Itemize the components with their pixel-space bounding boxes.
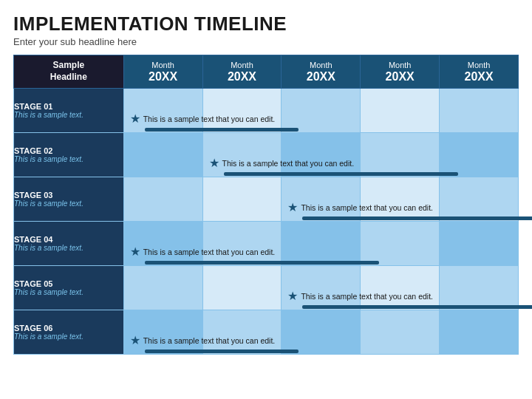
header-month-2: Month 20XX — [202, 55, 282, 88]
stage-name: STAGE 05 — [14, 279, 123, 288]
timeline-cell: ★ This is a sample text that you can edi… — [123, 88, 202, 132]
gantt-bar — [145, 261, 379, 265]
timeline-cell: ★ This is a sample text that you can edi… — [202, 132, 282, 177]
header-month-5: Month 20XX — [440, 55, 519, 88]
stage-name: STAGE 01 — [14, 102, 123, 111]
gantt-bar — [302, 305, 532, 309]
star-icon: ★ — [287, 289, 298, 303]
stage-name: STAGE 06 — [14, 324, 123, 332]
gantt-bar — [145, 128, 299, 132]
stage-label-cell: STAGE 06 This is a sample text. — [14, 310, 124, 354]
stage-sub: This is a sample text. — [14, 155, 123, 163]
stage-label-cell: STAGE 05 This is a sample text. — [14, 265, 124, 310]
stage-sub: This is a sample text. — [14, 111, 123, 119]
header-label-line1: Sample — [52, 60, 84, 70]
timeline-cell — [123, 177, 202, 221]
header-month-3: Month 20XX — [282, 55, 361, 88]
gantt-text: This is a sample text that you can edit. — [143, 248, 276, 256]
stage-sub: This is a sample text. — [14, 288, 123, 296]
timeline-cell: ★ This is a sample text that you can edi… — [282, 265, 361, 310]
star-icon: ★ — [130, 245, 140, 259]
timeline-cell — [202, 177, 282, 221]
timeline-cell — [123, 132, 202, 177]
gantt-bar — [302, 216, 532, 220]
star-icon: ★ — [130, 333, 140, 347]
stage-sub: This is a sample text. — [14, 332, 123, 341]
header-label: Sample Headline — [14, 55, 124, 88]
header-row: Sample Headline Month 20XX Month 20XX Mo… — [14, 55, 519, 88]
gantt-bar — [224, 172, 458, 176]
timeline-table: Sample Headline Month 20XX Month 20XX Mo… — [13, 55, 519, 355]
header-label-line2: Headline — [50, 72, 87, 82]
table-row: STAGE 02 This is a sample text. ★ This i… — [14, 132, 519, 177]
stage-label-cell: STAGE 03 This is a sample text. — [14, 177, 124, 221]
gantt-bar — [145, 349, 299, 353]
timeline-cell — [440, 132, 519, 177]
timeline-cell: ★ This is a sample text that you can edi… — [123, 221, 202, 265]
header-month-1: Month 20XX — [123, 55, 202, 88]
timeline-cell — [361, 310, 440, 354]
timeline-cell — [282, 310, 361, 354]
gantt-text: This is a sample text that you can edit. — [143, 336, 276, 345]
timeline-cell: ★ This is a sample text that you can edi… — [123, 310, 202, 354]
gantt-text: This is a sample text that you can edit. — [301, 292, 433, 301]
timeline-cell — [440, 88, 519, 132]
timeline-cell — [202, 265, 282, 310]
timeline-cell — [440, 221, 519, 265]
table-row: STAGE 05 This is a sample text. ★ This i… — [14, 265, 519, 310]
gantt-text: This is a sample text that you can edit. — [143, 115, 276, 123]
stage-name: STAGE 04 — [14, 235, 123, 244]
stage-label-cell: STAGE 02 This is a sample text. — [14, 132, 124, 177]
stage-name: STAGE 03 — [14, 191, 123, 200]
table-row: STAGE 04 This is a sample text. ★ This i… — [14, 221, 519, 265]
timeline-cell — [361, 88, 440, 132]
stage-sub: This is a sample text. — [14, 244, 123, 252]
stage-label-cell: STAGE 04 This is a sample text. — [14, 221, 124, 265]
gantt-text: This is a sample text that you can edit. — [222, 159, 355, 168]
table-row: STAGE 01 This is a sample text. ★ This i… — [14, 88, 519, 132]
star-icon: ★ — [287, 200, 298, 214]
sub-headline: Enter your sub headline here — [13, 36, 519, 47]
table-row: STAGE 06 This is a sample text. ★ This i… — [14, 310, 519, 354]
star-icon: ★ — [209, 156, 219, 170]
timeline-cell: ★ This is a sample text that you can edi… — [282, 177, 361, 221]
stage-name: STAGE 02 — [14, 146, 123, 155]
stage-sub: This is a sample text. — [14, 200, 123, 208]
stage-label-cell: STAGE 01 This is a sample text. — [14, 88, 124, 132]
timeline-cell — [361, 221, 440, 265]
star-icon: ★ — [130, 112, 140, 126]
table-row: STAGE 03 This is a sample text. ★ This i… — [14, 177, 519, 221]
gantt-text: This is a sample text that you can edit. — [301, 203, 433, 212]
timeline-cell — [123, 265, 202, 310]
timeline-cell — [282, 88, 361, 132]
main-title: IMPLEMENTATION TIMELINE — [13, 13, 519, 35]
timeline-cell — [440, 310, 519, 354]
header-month-4: Month 20XX — [361, 55, 440, 88]
page-wrapper: IMPLEMENTATION TIMELINE Enter your sub h… — [0, 0, 532, 399]
